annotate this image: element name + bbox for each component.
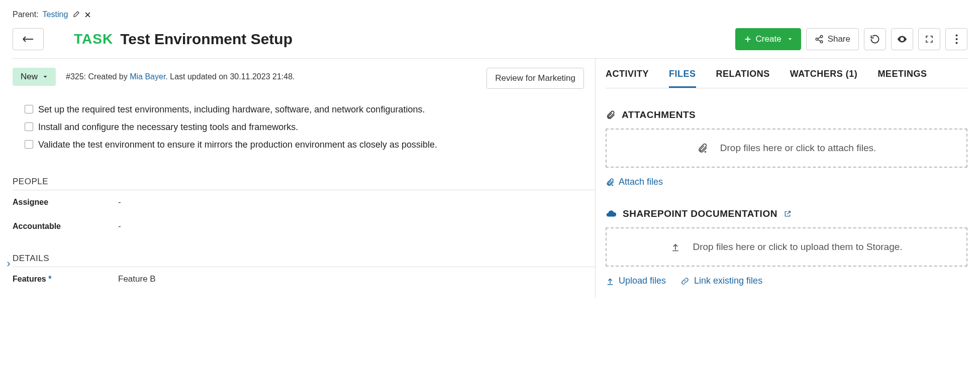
svg-point-1 bbox=[816, 38, 818, 41]
checkbox-icon[interactable] bbox=[25, 140, 33, 149]
section-details-title: DETAILS bbox=[13, 254, 595, 267]
features-label: Features * bbox=[13, 275, 118, 284]
svg-point-4 bbox=[955, 35, 957, 37]
edit-icon[interactable] bbox=[72, 11, 80, 19]
tab-relations[interactable]: RELATIONS bbox=[716, 69, 770, 88]
field-features[interactable]: Features * Feature B bbox=[13, 274, 595, 284]
tab-watchers[interactable]: WATCHERS (1) bbox=[790, 69, 858, 88]
section-people-title: PEOPLE bbox=[13, 177, 595, 190]
link-icon bbox=[680, 277, 690, 285]
svg-point-5 bbox=[955, 38, 957, 40]
status-dropdown[interactable]: New bbox=[13, 68, 56, 86]
attachments-dropzone[interactable]: Drop files here or click to attach files… bbox=[606, 129, 967, 168]
external-link-icon[interactable] bbox=[783, 210, 792, 218]
review-button[interactable]: Review for Marketing bbox=[486, 68, 584, 89]
svg-point-0 bbox=[820, 36, 823, 38]
tab-files[interactable]: FILES bbox=[669, 69, 696, 88]
breadcrumb: Parent: Testing bbox=[13, 10, 967, 19]
svg-point-6 bbox=[955, 42, 957, 44]
work-package-type: TASK bbox=[74, 31, 113, 47]
share-button[interactable]: Share bbox=[806, 28, 859, 50]
chevron-right-icon[interactable] bbox=[6, 260, 12, 269]
attach-icon bbox=[697, 143, 708, 154]
close-icon[interactable] bbox=[84, 11, 91, 19]
meta-text: #325: Created by Mia Bayer. Last updated… bbox=[66, 72, 295, 81]
field-assignee[interactable]: Assignee - bbox=[13, 197, 595, 207]
tab-activity[interactable]: ACTIVITY bbox=[606, 69, 649, 88]
assignee-value: - bbox=[118, 197, 121, 207]
create-button[interactable]: Create bbox=[735, 28, 801, 50]
fullscreen-button[interactable] bbox=[918, 28, 940, 50]
more-button[interactable] bbox=[945, 28, 967, 50]
breadcrumb-link[interactable]: Testing bbox=[43, 10, 68, 19]
svg-point-3 bbox=[901, 38, 903, 40]
page-title[interactable]: Test Environment Setup bbox=[120, 31, 292, 48]
watch-button[interactable] bbox=[891, 28, 913, 50]
tabs: ACTIVITY FILES RELATIONS WATCHERS (1) ME… bbox=[606, 59, 967, 88]
sharepoint-heading: SHAREPOINT DOCUMENTATION bbox=[606, 208, 967, 219]
upload-icon bbox=[670, 242, 680, 252]
activity-button[interactable] bbox=[864, 28, 886, 50]
checklist-item[interactable]: Set up the required test environments, i… bbox=[25, 103, 595, 116]
checkbox-icon[interactable] bbox=[25, 122, 33, 131]
link-existing-files-link[interactable]: Link existing files bbox=[680, 276, 762, 286]
checklist-item[interactable]: Install and configure the necessary test… bbox=[25, 120, 595, 134]
attachments-heading: ATTACHMENTS bbox=[606, 109, 967, 120]
attach-icon bbox=[606, 178, 615, 187]
field-accountable[interactable]: Accountable - bbox=[13, 221, 595, 231]
sharepoint-dropzone[interactable]: Drop files here or click to upload them … bbox=[606, 227, 967, 267]
tab-meetings[interactable]: MEETINGS bbox=[877, 69, 927, 88]
checklist-item[interactable]: Validate the test environment to ensure … bbox=[25, 138, 595, 152]
share-button-label: Share bbox=[828, 34, 850, 44]
description: Set up the required test environments, i… bbox=[25, 103, 595, 152]
cloud-icon bbox=[606, 208, 617, 219]
checkbox-icon[interactable] bbox=[25, 105, 33, 113]
features-value: Feature B bbox=[118, 274, 156, 284]
chevron-down-icon bbox=[788, 37, 793, 42]
create-button-label: Create bbox=[756, 34, 781, 44]
author-link[interactable]: Mia Bayer bbox=[130, 72, 165, 81]
attach-files-link[interactable]: Attach files bbox=[606, 177, 663, 187]
accountable-label: Accountable bbox=[13, 222, 118, 231]
upload-files-link[interactable]: Upload files bbox=[606, 276, 666, 286]
chevron-down-icon bbox=[43, 74, 48, 79]
paperclip-icon bbox=[606, 110, 616, 120]
upload-icon bbox=[606, 277, 615, 286]
status-label: New bbox=[21, 72, 38, 82]
back-button[interactable] bbox=[13, 28, 44, 50]
accountable-value: - bbox=[118, 221, 121, 231]
breadcrumb-label: Parent: bbox=[13, 10, 39, 19]
assignee-label: Assignee bbox=[13, 198, 118, 207]
svg-point-2 bbox=[820, 41, 823, 43]
